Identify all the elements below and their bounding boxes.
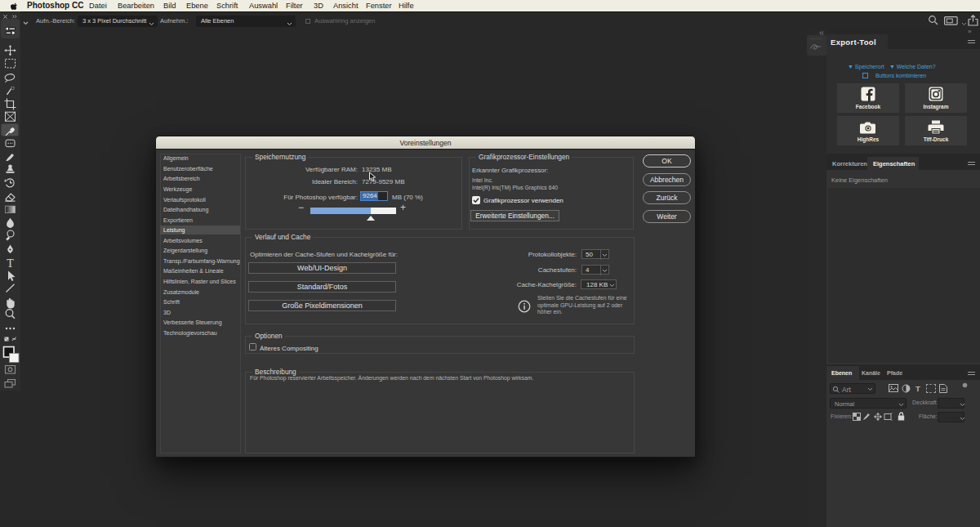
svg-text:T: T xyxy=(7,257,14,270)
svg-text:Art: Art xyxy=(842,386,852,394)
